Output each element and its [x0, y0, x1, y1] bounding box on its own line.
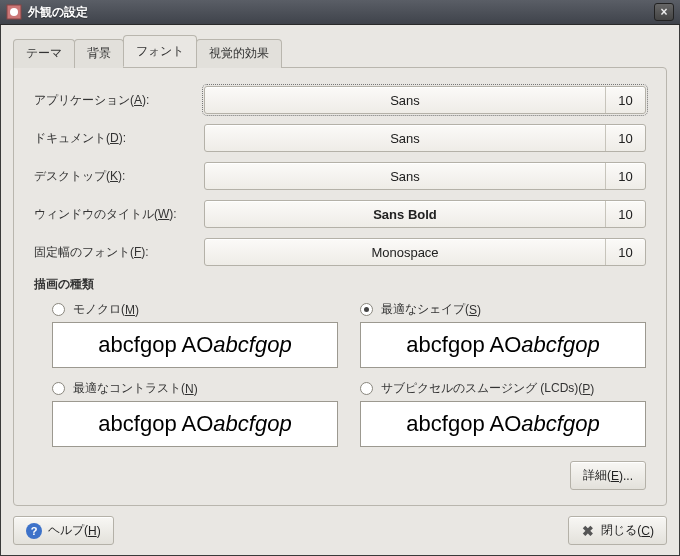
- font-size: 10: [605, 239, 645, 265]
- radio-row-best-contrast[interactable]: 最適なコントラスト(N): [52, 380, 338, 397]
- font-row-desktop: デスクトップ(K): Sans 10: [34, 162, 646, 190]
- window-body: テーマ 背景 フォント 視覚的効果 アプリケーション(A): Sans 10 ド…: [0, 25, 680, 556]
- tab-theme[interactable]: テーマ: [13, 39, 75, 68]
- font-chooser-monospace[interactable]: Monospace 10: [204, 238, 646, 266]
- svg-point-1: [10, 8, 18, 16]
- font-label-application: アプリケーション(A):: [34, 92, 204, 109]
- font-name: Sans: [205, 87, 605, 113]
- details-button[interactable]: 詳細(E)...: [570, 461, 646, 490]
- rendering-heading: 描画の種類: [34, 276, 646, 293]
- tab-background[interactable]: 背景: [74, 39, 124, 68]
- render-option-monochrome: モノクロ(M) abcfgop AO abcfgop: [52, 301, 338, 378]
- rendering-options: モノクロ(M) abcfgop AO abcfgop 最適なシェイプ(S) ab…: [52, 301, 646, 457]
- tab-font[interactable]: フォント: [123, 35, 197, 67]
- font-size: 10: [605, 125, 645, 151]
- font-row-window-title: ウィンドウのタイトル(W): Sans Bold 10: [34, 200, 646, 228]
- font-chooser-window-title[interactable]: Sans Bold 10: [204, 200, 646, 228]
- font-size: 10: [605, 87, 645, 113]
- sample-best-shapes: abcfgop AO abcfgop: [360, 322, 646, 368]
- tabpanel-font: アプリケーション(A): Sans 10 ドキュメント(D): Sans 10 …: [13, 67, 667, 506]
- radio-subpixel[interactable]: [360, 382, 373, 395]
- font-label-window-title: ウィンドウのタイトル(W):: [34, 206, 204, 223]
- font-row-document: ドキュメント(D): Sans 10: [34, 124, 646, 152]
- radio-best-shapes[interactable]: [360, 303, 373, 316]
- sample-subpixel: abcfgop AO abcfgop: [360, 401, 646, 447]
- radio-best-contrast[interactable]: [52, 382, 65, 395]
- sample-best-contrast: abcfgop AO abcfgop: [52, 401, 338, 447]
- close-button[interactable]: ✖ 閉じる(C): [568, 516, 667, 545]
- footer: ? ヘルプ(H) ✖ 閉じる(C): [13, 516, 667, 545]
- tabstrip: テーマ 背景 フォント 視覚的効果: [13, 35, 667, 67]
- help-button[interactable]: ? ヘルプ(H): [13, 516, 114, 545]
- font-chooser-desktop[interactable]: Sans 10: [204, 162, 646, 190]
- app-icon: [6, 4, 22, 20]
- help-icon: ?: [26, 523, 42, 539]
- close-icon: ✖: [581, 524, 595, 538]
- font-chooser-application[interactable]: Sans 10: [204, 86, 646, 114]
- font-label-document: ドキュメント(D):: [34, 130, 204, 147]
- radio-row-monochrome[interactable]: モノクロ(M): [52, 301, 338, 318]
- render-option-subpixel: サブピクセルのスムージング (LCDs)(P) abcfgop AO abcfg…: [360, 380, 646, 457]
- font-label-desktop: デスクトップ(K):: [34, 168, 204, 185]
- font-chooser-document[interactable]: Sans 10: [204, 124, 646, 152]
- font-label-monospace: 固定幅のフォント(F):: [34, 244, 204, 261]
- font-row-application: アプリケーション(A): Sans 10: [34, 86, 646, 114]
- tab-visual-effects[interactable]: 視覚的効果: [196, 39, 282, 68]
- font-name: Sans Bold: [205, 201, 605, 227]
- font-name: Sans: [205, 163, 605, 189]
- radio-row-best-shapes[interactable]: 最適なシェイプ(S): [360, 301, 646, 318]
- radio-monochrome[interactable]: [52, 303, 65, 316]
- sample-monochrome: abcfgop AO abcfgop: [52, 322, 338, 368]
- font-size: 10: [605, 163, 645, 189]
- details-row: 詳細(E)...: [34, 461, 646, 490]
- render-option-best-shapes: 最適なシェイプ(S) abcfgop AO abcfgop: [360, 301, 646, 378]
- window-title: 外観の設定: [28, 4, 654, 21]
- window-close-button[interactable]: ×: [654, 3, 674, 21]
- radio-row-subpixel[interactable]: サブピクセルのスムージング (LCDs)(P): [360, 380, 646, 397]
- render-option-best-contrast: 最適なコントラスト(N) abcfgop AO abcfgop: [52, 380, 338, 457]
- font-size: 10: [605, 201, 645, 227]
- font-row-monospace: 固定幅のフォント(F): Monospace 10: [34, 238, 646, 266]
- font-name: Sans: [205, 125, 605, 151]
- titlebar: 外観の設定 ×: [0, 0, 680, 25]
- font-name: Monospace: [205, 239, 605, 265]
